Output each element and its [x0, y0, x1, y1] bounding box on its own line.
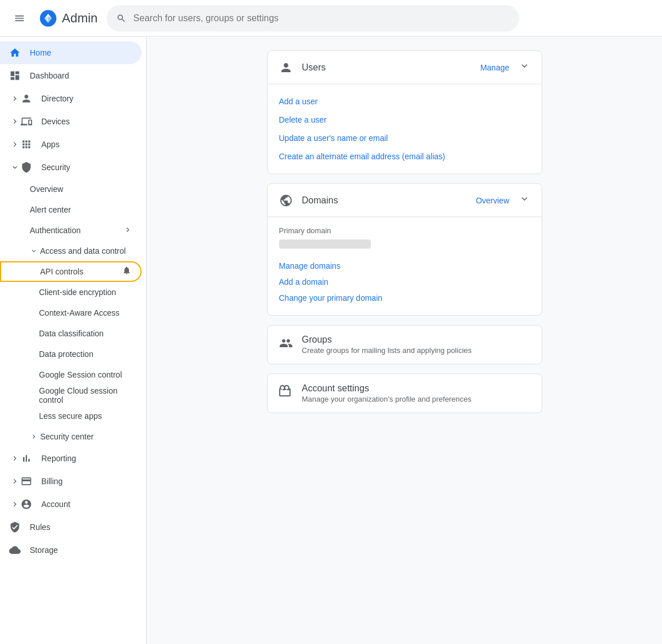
rules-icon	[9, 521, 21, 533]
users-card-title: Users	[302, 62, 471, 73]
account-settings-card-subtitle: Manage your organization's profile and p…	[302, 395, 472, 403]
home-icon	[9, 47, 21, 58]
groups-card-subtitle: Create groups for mailing lists and appl…	[302, 346, 472, 355]
sidebar-item-data-classification-label: Data classification	[39, 329, 104, 338]
security-center-chevron-icon	[30, 433, 38, 441]
account-settings-card-text: Account settings Manage your organizatio…	[302, 383, 472, 403]
account-expand-icon	[9, 500, 21, 509]
sidebar-item-data-protection-label: Data protection	[39, 350, 93, 359]
sidebar-item-rules[interactable]: Rules	[0, 516, 142, 539]
sidebar-item-access-data-control[interactable]: Access and data control	[0, 241, 142, 261]
security-collapse-icon	[9, 163, 21, 172]
cards-container: Users Manage Add a user Delete a user Up…	[267, 50, 542, 630]
account-settings-card-title: Account settings	[302, 383, 472, 394]
search-input[interactable]	[134, 13, 510, 23]
sidebar-item-authentication-label: Authentication	[30, 226, 81, 235]
sidebar-item-dashboard[interactable]: Dashboard	[0, 64, 142, 87]
sidebar-item-google-cloud-session-control[interactable]: Google Cloud session control	[0, 385, 142, 406]
users-manage-link[interactable]: Manage	[480, 63, 510, 72]
sidebar-item-api-controls[interactable]: API controls	[0, 261, 142, 282]
sidebar-item-account[interactable]: Account	[0, 493, 142, 516]
sidebar-item-rules-label: Rules	[30, 523, 132, 532]
storage-icon	[9, 544, 21, 556]
sidebar-item-security-center-label: Security center	[40, 432, 93, 441]
sidebar-item-google-session-control-label: Google Session control	[39, 370, 122, 379]
devices-icon	[21, 116, 32, 127]
domains-card-icon	[279, 194, 293, 207]
sidebar-item-directory-label: Directory	[41, 94, 132, 103]
sidebar-item-apps[interactable]: Apps	[0, 133, 142, 156]
sidebar-item-account-label: Account	[41, 500, 132, 509]
add-user-link[interactable]: Add a user	[279, 93, 530, 109]
sidebar-item-security-label: Security	[41, 163, 132, 172]
sidebar: Home Dashboard Directory	[0, 37, 147, 644]
users-card-body: Add a user Delete a user Update a user's…	[268, 84, 542, 174]
sidebar-item-devices-label: Devices	[41, 117, 132, 126]
header-logo[interactable]: Admin	[39, 9, 97, 28]
sidebar-item-alert-center[interactable]: Alert center	[0, 199, 142, 220]
sidebar-item-context-aware-access[interactable]: Context-Aware Access	[0, 303, 142, 323]
sidebar-item-less-secure-apps[interactable]: Less secure apps	[0, 406, 142, 426]
sidebar-item-devices[interactable]: Devices	[0, 110, 142, 133]
menu-icon[interactable]	[9, 8, 30, 29]
delete-user-link[interactable]: Delete a user	[279, 112, 530, 128]
sidebar-item-access-data-control-label: Access and data control	[40, 246, 126, 256]
sidebar-item-data-protection[interactable]: Data protection	[0, 344, 142, 364]
sidebar-item-client-side-encryption-label: Client-side encryption	[39, 288, 116, 297]
add-domain-link[interactable]: Add a domain	[279, 274, 530, 290]
manage-domains-link[interactable]: Manage domains	[279, 258, 530, 274]
groups-card[interactable]: Groups Create groups for mailing lists a…	[267, 325, 542, 364]
sidebar-item-billing-label: Billing	[41, 477, 132, 486]
sidebar-item-reporting[interactable]: Reporting	[0, 447, 142, 470]
account-settings-card[interactable]: Account settings Manage your organizatio…	[267, 374, 542, 413]
groups-card-title: Groups	[302, 335, 472, 345]
sidebar-item-storage[interactable]: Storage	[0, 539, 142, 561]
main-content: Users Manage Add a user Delete a user Up…	[147, 37, 662, 644]
account-settings-card-body: Account settings Manage your organizatio…	[268, 374, 542, 413]
domains-card-title: Domains	[302, 195, 467, 206]
sidebar-item-google-cloud-session-control-label: Google Cloud session control	[39, 386, 132, 405]
sidebar-item-google-session-control[interactable]: Google Session control	[0, 364, 142, 385]
sidebar-item-security[interactable]: Security	[0, 156, 142, 179]
domains-card-header: Domains Overview	[268, 184, 542, 217]
groups-card-body: Groups Create groups for mailing lists a…	[268, 325, 542, 364]
devices-expand-icon	[9, 117, 21, 126]
sidebar-item-reporting-label: Reporting	[41, 454, 132, 463]
search-bar	[107, 5, 519, 32]
domains-card-chevron[interactable]	[519, 193, 530, 207]
sidebar-item-data-classification[interactable]: Data classification	[0, 323, 142, 344]
sidebar-item-overview[interactable]: Overview	[0, 179, 142, 199]
header-logo-text: Admin	[62, 11, 97, 26]
sidebar-item-context-aware-access-label: Context-Aware Access	[39, 308, 120, 317]
person-icon	[21, 93, 32, 104]
sidebar-item-billing[interactable]: Billing	[0, 470, 142, 493]
sidebar-item-client-side-encryption[interactable]: Client-side encryption	[0, 282, 142, 303]
sidebar-item-authentication[interactable]: Authentication	[0, 220, 142, 241]
change-primary-domain-link[interactable]: Change your primary domain	[279, 290, 530, 306]
email-alias-link[interactable]: Create an alternate email address (email…	[279, 148, 530, 164]
primary-domain-label: Primary domain	[279, 226, 530, 235]
directory-expand-icon	[9, 94, 21, 103]
reporting-expand-icon	[9, 454, 21, 463]
access-collapse-icon	[30, 247, 38, 255]
account-settings-card-icon	[279, 385, 293, 402]
sidebar-item-less-secure-apps-label: Less secure apps	[39, 411, 102, 421]
google-logo-icon	[39, 9, 57, 28]
domains-overview-link[interactable]: Overview	[476, 196, 509, 205]
sidebar-item-api-controls-label: API controls	[40, 267, 83, 276]
update-user-link[interactable]: Update a user's name or email	[279, 130, 530, 146]
users-card-chevron[interactable]	[519, 60, 530, 74]
users-card: Users Manage Add a user Delete a user Up…	[267, 50, 542, 174]
primary-domain-value	[279, 239, 371, 249]
users-card-header: Users Manage	[268, 51, 542, 84]
sidebar-item-apps-label: Apps	[41, 140, 132, 149]
reporting-icon	[21, 453, 32, 464]
groups-card-text: Groups Create groups for mailing lists a…	[302, 335, 472, 355]
sidebar-item-security-center[interactable]: Security center	[0, 426, 142, 447]
sidebar-item-home-label: Home	[30, 48, 132, 57]
sidebar-item-directory[interactable]: Directory	[0, 87, 142, 110]
sidebar-item-home[interactable]: Home	[0, 41, 142, 64]
shield-icon	[21, 162, 32, 173]
users-card-icon	[279, 61, 293, 74]
sidebar-item-overview-label: Overview	[30, 184, 63, 194]
